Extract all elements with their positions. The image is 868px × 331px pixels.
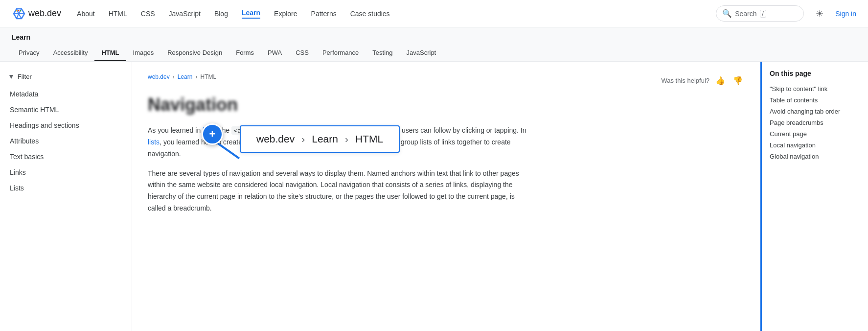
top-nav-links: About HTML CSS JavaScript Blog Learn Exp… [77, 9, 716, 19]
content-area: web.dev › Learn › HTML Was this helpful?… [132, 62, 760, 331]
nav-explore[interactable]: Explore [274, 10, 297, 18]
tooltip-sep2: › [345, 133, 348, 145]
on-this-page-title: On this page [770, 70, 860, 77]
tab-javascript[interactable]: JavaScript [400, 45, 443, 61]
search-label: Search [735, 10, 756, 18]
breadcrumb-sep2: › [195, 73, 197, 80]
left-sidebar: ▼ Filter Metadata Semantic HTML Headings… [0, 62, 132, 331]
toc-global-navigation[interactable]: Global navigation [770, 151, 860, 162]
theme-toggle[interactable]: ☀ [812, 6, 827, 22]
nav-html[interactable]: HTML [109, 10, 127, 18]
toc-page-breadcrumbs[interactable]: Page breadcrumbs [770, 117, 860, 128]
breadcrumb-learn[interactable]: Learn [178, 73, 193, 80]
sidebar-item-metadata[interactable]: Metadata [0, 86, 132, 102]
filter-icon: ▼ [8, 72, 15, 80]
right-sidebar: On this page "Skip to content" link Tabl… [760, 62, 868, 331]
tab-accessibility[interactable]: Accessibility [46, 45, 95, 61]
thumbs-up-button[interactable]: 👍 [713, 73, 727, 87]
search-icon: 🔍 [722, 9, 732, 18]
filter-label: Filter [18, 73, 32, 80]
tab-privacy[interactable]: Privacy [12, 45, 46, 61]
filter-row[interactable]: ▼ Filter [0, 70, 132, 86]
magnifier-stem [217, 142, 240, 159]
tooltip-html: HTML [355, 133, 383, 145]
toc-local-navigation[interactable]: Local navigation [770, 140, 860, 151]
page-title-rest: tion [206, 95, 238, 115]
tab-images[interactable]: Images [126, 45, 161, 61]
page-title-blur: Naviga [148, 95, 206, 115]
toc-skip-to-content[interactable]: "Skip to content" link [770, 83, 860, 95]
nav-blog[interactable]: Blog [214, 10, 228, 18]
helpful-label: Was this helpful? [661, 77, 709, 84]
search-button[interactable]: 🔍 Search / [716, 5, 804, 22]
tab-forms[interactable]: Forms [229, 45, 261, 61]
nav-about[interactable]: About [77, 10, 95, 18]
toc-table-of-contents[interactable]: Table of contents [770, 95, 860, 106]
main-layout: ▼ Filter Metadata Semantic HTML Headings… [0, 62, 868, 331]
sidebar-item-lists[interactable]: Lists [0, 180, 132, 196]
nav-patterns[interactable]: Patterns [311, 10, 337, 18]
lists-link[interactable]: lists [148, 138, 160, 146]
logo-icon [12, 7, 25, 21]
sidebar-item-semantic-html[interactable]: Semantic HTML [0, 102, 132, 118]
tab-css[interactable]: CSS [289, 45, 316, 61]
nav-case-studies[interactable]: Case studies [350, 10, 390, 18]
toc-current-page[interactable]: Current page [770, 128, 860, 140]
tooltip-learn: Learn [312, 133, 338, 145]
breadcrumb-html: HTML [200, 73, 216, 80]
tab-html[interactable]: HTML [94, 45, 126, 61]
search-slash: / [760, 10, 766, 18]
tab-testing[interactable]: Testing [365, 45, 399, 61]
nav-javascript[interactable]: JavaScript [169, 10, 201, 18]
magnifier-icon: + [202, 123, 223, 145]
sidebar-item-links[interactable]: Links [0, 165, 132, 180]
zoom-overlay: + web.dev › Learn › HTML [202, 123, 397, 163]
breadcrumb: web.dev › Learn › HTML [148, 73, 216, 80]
tooltip-sep1: › [301, 133, 305, 145]
sidebar-item-headings[interactable]: Headings and sections [0, 118, 132, 133]
tab-performance[interactable]: Performance [316, 45, 365, 61]
sign-in-button[interactable]: Sign in [835, 10, 856, 18]
toc-avoid-tab-order[interactable]: Avoid changing tab order [770, 106, 860, 117]
tab-responsive-design[interactable]: Responsive Design [160, 45, 229, 61]
nav-learn[interactable]: Learn [242, 9, 260, 19]
breadcrumb-sep1: › [173, 73, 175, 80]
section-title: Learn [12, 33, 856, 41]
section-header: Learn Privacy Accessibility HTML Images … [0, 27, 868, 62]
logo[interactable]: web.dev [12, 7, 61, 21]
top-nav: web.dev About HTML CSS JavaScript Blog L… [0, 0, 868, 27]
thumbs-down-button[interactable]: 👎 [731, 73, 745, 87]
logo-text: web.dev [28, 8, 61, 19]
helpful-row: Was this helpful? 👍 👎 [661, 73, 745, 87]
section-tabs: Privacy Accessibility HTML Images Respon… [12, 45, 856, 61]
tooltip-webdev: web.dev [256, 133, 295, 145]
breadcrumb-tooltip: web.dev › Learn › HTML [240, 125, 400, 153]
tab-pwa[interactable]: PWA [261, 45, 289, 61]
nav-css[interactable]: CSS [141, 10, 155, 18]
page-title: Navigation [148, 94, 745, 115]
sidebar-item-attributes[interactable]: Attributes [0, 133, 132, 149]
top-nav-right: 🔍 Search / ☀ Sign in [716, 5, 856, 22]
sidebar-item-text-basics[interactable]: Text basics [0, 149, 132, 165]
breadcrumb-webdev[interactable]: web.dev [148, 73, 170, 80]
content-para-2: There are several types of navigation an… [148, 168, 529, 214]
